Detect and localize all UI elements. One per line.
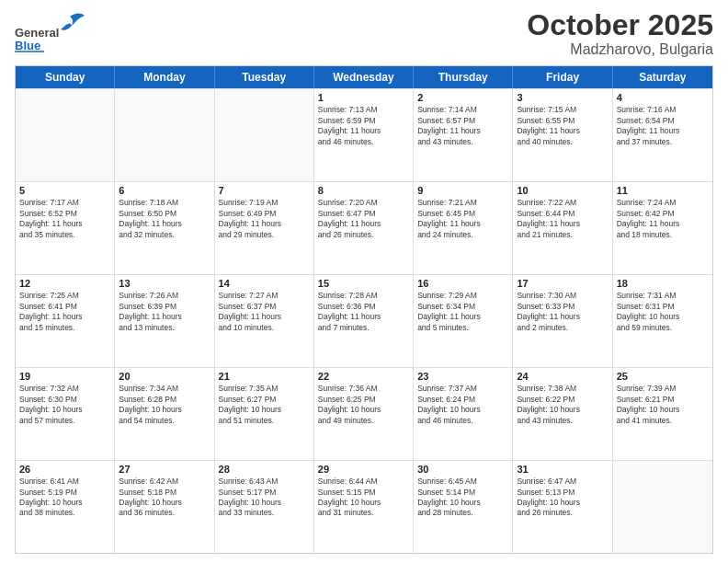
cell-info: Sunrise: 7:38 AM Sunset: 6:22 PM Dayligh… (517, 384, 608, 426)
cell-info: Sunrise: 7:16 AM Sunset: 6:54 PM Dayligh… (617, 105, 709, 147)
day-number: 9 (417, 185, 508, 196)
cell-info: Sunrise: 7:32 AM Sunset: 6:30 PM Dayligh… (19, 384, 110, 426)
day-number: 4 (617, 92, 709, 103)
day-header-thursday: Thursday (414, 66, 513, 88)
cal-cell: 6Sunrise: 7:18 AM Sunset: 6:50 PM Daylig… (115, 182, 214, 274)
cell-info: Sunrise: 7:21 AM Sunset: 6:45 PM Dayligh… (417, 198, 508, 240)
cal-cell (613, 461, 712, 553)
cal-cell: 5Sunrise: 7:17 AM Sunset: 6:52 PM Daylig… (16, 182, 115, 274)
day-number: 28 (219, 464, 310, 475)
day-number: 16 (417, 278, 508, 289)
cal-cell: 16Sunrise: 7:29 AM Sunset: 6:34 PM Dayli… (414, 275, 513, 367)
day-number: 21 (219, 371, 310, 382)
day-header-monday: Monday (115, 66, 214, 88)
cal-cell: 12Sunrise: 7:25 AM Sunset: 6:41 PM Dayli… (16, 275, 115, 367)
cal-cell: 22Sunrise: 7:36 AM Sunset: 6:25 PM Dayli… (314, 368, 414, 460)
cell-info: Sunrise: 7:34 AM Sunset: 6:28 PM Dayligh… (119, 384, 210, 426)
week-row-2: 5Sunrise: 7:17 AM Sunset: 6:52 PM Daylig… (16, 181, 712, 274)
day-header-sunday: Sunday (16, 66, 115, 88)
cal-cell: 7Sunrise: 7:19 AM Sunset: 6:49 PM Daylig… (215, 182, 314, 274)
cell-info: Sunrise: 7:18 AM Sunset: 6:50 PM Dayligh… (119, 198, 210, 240)
day-number: 27 (119, 464, 210, 475)
cal-cell: 2Sunrise: 7:14 AM Sunset: 6:57 PM Daylig… (414, 89, 513, 181)
cal-cell: 29Sunrise: 6:44 AM Sunset: 5:15 PM Dayli… (314, 461, 414, 553)
cal-cell: 4Sunrise: 7:16 AM Sunset: 6:54 PM Daylig… (613, 89, 712, 181)
cal-cell: 19Sunrise: 7:32 AM Sunset: 6:30 PM Dayli… (16, 368, 115, 460)
cal-cell: 28Sunrise: 6:43 AM Sunset: 5:17 PM Dayli… (215, 461, 314, 553)
cal-cell: 11Sunrise: 7:24 AM Sunset: 6:42 PM Dayli… (613, 182, 712, 274)
cal-cell: 3Sunrise: 7:15 AM Sunset: 6:55 PM Daylig… (513, 89, 612, 181)
calendar: SundayMondayTuesdayWednesdayThursdayFrid… (15, 65, 713, 554)
header: General Blue October 2025 Madzharovo, Bu… (15, 9, 713, 58)
cell-info: Sunrise: 7:28 AM Sunset: 6:36 PM Dayligh… (318, 291, 409, 333)
day-number: 14 (219, 278, 310, 289)
cal-cell: 10Sunrise: 7:22 AM Sunset: 6:44 PM Dayli… (513, 182, 612, 274)
cal-cell: 31Sunrise: 6:47 AM Sunset: 5:13 PM Dayli… (513, 461, 612, 553)
calendar-title: October 2025 (527, 9, 713, 41)
cal-cell: 15Sunrise: 7:28 AM Sunset: 6:36 PM Dayli… (314, 275, 414, 367)
cell-info: Sunrise: 7:13 AM Sunset: 6:59 PM Dayligh… (318, 105, 409, 147)
cal-cell: 23Sunrise: 7:37 AM Sunset: 6:24 PM Dayli… (414, 368, 513, 460)
cal-cell: 1Sunrise: 7:13 AM Sunset: 6:59 PM Daylig… (314, 89, 414, 181)
day-number: 17 (517, 278, 608, 289)
cell-info: Sunrise: 7:27 AM Sunset: 6:37 PM Dayligh… (219, 291, 310, 333)
cell-info: Sunrise: 7:22 AM Sunset: 6:44 PM Dayligh… (517, 198, 608, 240)
cal-cell: 25Sunrise: 7:39 AM Sunset: 6:21 PM Dayli… (613, 368, 712, 460)
cell-info: Sunrise: 6:44 AM Sunset: 5:15 PM Dayligh… (318, 477, 409, 519)
week-row-1: 1Sunrise: 7:13 AM Sunset: 6:59 PM Daylig… (16, 88, 712, 181)
day-number: 19 (19, 371, 110, 382)
cell-info: Sunrise: 6:47 AM Sunset: 5:13 PM Dayligh… (517, 477, 608, 519)
day-number: 1 (318, 92, 409, 103)
cal-cell: 21Sunrise: 7:35 AM Sunset: 6:27 PM Dayli… (215, 368, 314, 460)
svg-text:Blue: Blue (15, 39, 40, 52)
day-number: 22 (318, 371, 409, 382)
cell-info: Sunrise: 7:35 AM Sunset: 6:27 PM Dayligh… (219, 384, 310, 426)
cal-cell: 26Sunrise: 6:41 AM Sunset: 5:19 PM Dayli… (16, 461, 115, 553)
svg-text:General: General (15, 26, 59, 40)
week-row-5: 26Sunrise: 6:41 AM Sunset: 5:19 PM Dayli… (16, 460, 712, 553)
cal-cell (16, 89, 115, 181)
day-header-wednesday: Wednesday (314, 66, 414, 88)
day-number: 30 (417, 464, 508, 475)
cell-info: Sunrise: 6:42 AM Sunset: 5:18 PM Dayligh… (119, 477, 210, 519)
cell-info: Sunrise: 7:25 AM Sunset: 6:41 PM Dayligh… (19, 291, 110, 333)
cell-info: Sunrise: 7:29 AM Sunset: 6:34 PM Dayligh… (417, 291, 508, 333)
day-header-tuesday: Tuesday (215, 66, 314, 88)
calendar-header-row: SundayMondayTuesdayWednesdayThursdayFrid… (16, 66, 712, 88)
week-row-3: 12Sunrise: 7:25 AM Sunset: 6:41 PM Dayli… (16, 274, 712, 367)
cal-cell: 14Sunrise: 7:27 AM Sunset: 6:37 PM Dayli… (215, 275, 314, 367)
day-number: 23 (417, 371, 508, 382)
day-number: 6 (119, 185, 210, 196)
cal-cell: 13Sunrise: 7:26 AM Sunset: 6:39 PM Dayli… (115, 275, 214, 367)
cell-info: Sunrise: 7:17 AM Sunset: 6:52 PM Dayligh… (19, 198, 110, 240)
cal-cell (115, 89, 214, 181)
day-number: 31 (517, 464, 608, 475)
week-row-4: 19Sunrise: 7:32 AM Sunset: 6:30 PM Dayli… (16, 367, 712, 460)
day-number: 18 (617, 278, 709, 289)
cal-cell: 30Sunrise: 6:45 AM Sunset: 5:14 PM Dayli… (414, 461, 513, 553)
cal-cell: 24Sunrise: 7:38 AM Sunset: 6:22 PM Dayli… (513, 368, 612, 460)
day-number: 20 (119, 371, 210, 382)
day-number: 13 (119, 278, 210, 289)
day-number: 24 (517, 371, 608, 382)
day-number: 5 (19, 185, 110, 196)
cell-info: Sunrise: 7:24 AM Sunset: 6:42 PM Dayligh… (617, 198, 709, 240)
cell-info: Sunrise: 7:39 AM Sunset: 6:21 PM Dayligh… (617, 384, 709, 426)
day-number: 12 (19, 278, 110, 289)
title-block: October 2025 Madzharovo, Bulgaria (527, 9, 713, 58)
cal-cell: 27Sunrise: 6:42 AM Sunset: 5:18 PM Dayli… (115, 461, 214, 553)
day-number: 10 (517, 185, 608, 196)
day-number: 2 (417, 92, 508, 103)
cal-cell: 8Sunrise: 7:20 AM Sunset: 6:47 PM Daylig… (314, 182, 414, 274)
day-number: 7 (219, 185, 310, 196)
day-number: 11 (617, 185, 709, 196)
day-number: 26 (19, 464, 110, 475)
cell-info: Sunrise: 6:45 AM Sunset: 5:14 PM Dayligh… (417, 477, 508, 519)
day-header-saturday: Saturday (613, 66, 712, 88)
cell-info: Sunrise: 7:30 AM Sunset: 6:33 PM Dayligh… (517, 291, 608, 333)
cell-info: Sunrise: 7:31 AM Sunset: 6:31 PM Dayligh… (617, 291, 709, 333)
cal-cell: 9Sunrise: 7:21 AM Sunset: 6:45 PM Daylig… (414, 182, 513, 274)
cell-info: Sunrise: 7:26 AM Sunset: 6:39 PM Dayligh… (119, 291, 210, 333)
cell-info: Sunrise: 7:15 AM Sunset: 6:55 PM Dayligh… (517, 105, 608, 147)
day-number: 25 (617, 371, 709, 382)
